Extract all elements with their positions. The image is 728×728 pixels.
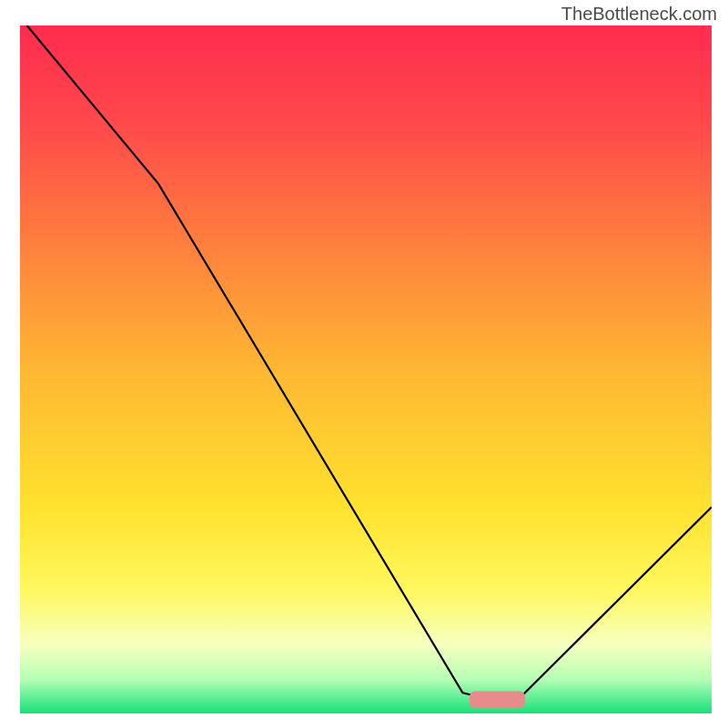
optimum-marker: [470, 691, 525, 708]
watermark-text: TheBottleneck.com: [561, 4, 717, 25]
chart-svg: [20, 25, 712, 713]
chart-area: [20, 25, 712, 713]
